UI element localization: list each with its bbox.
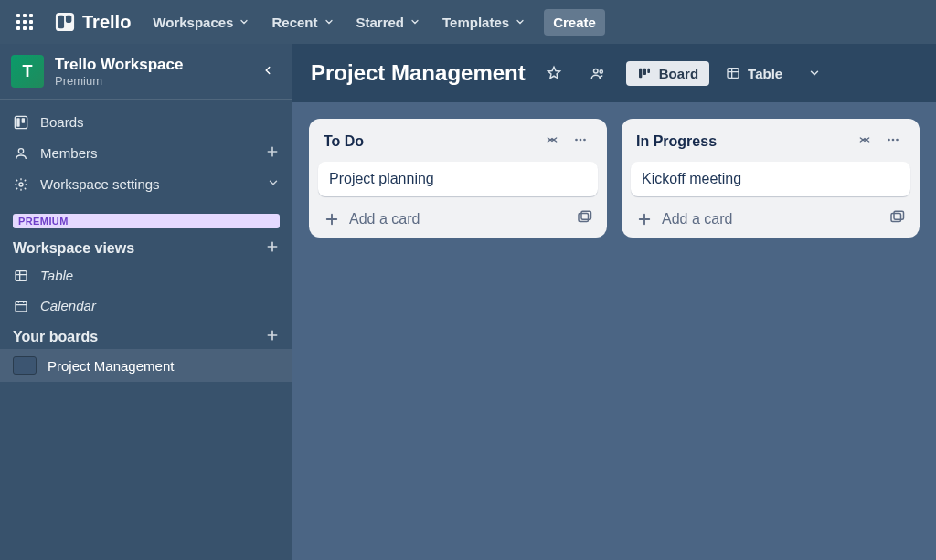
svg-point-21: [888, 139, 890, 142]
view-calendar[interactable]: Calendar: [0, 291, 292, 321]
board-canvas[interactable]: To Do Project planning Add a card In Pro…: [292, 102, 936, 560]
trello-small-icon: [13, 115, 29, 130]
list-title[interactable]: In Progress: [636, 133, 848, 150]
card-template[interactable]: [888, 209, 905, 228]
expand-settings[interactable]: [267, 176, 280, 192]
svg-rect-12: [639, 69, 642, 79]
svg-rect-14: [647, 69, 650, 73]
app-name: Trello: [82, 12, 131, 33]
card[interactable]: Project planning: [318, 162, 598, 196]
svg-rect-24: [891, 214, 901, 222]
collapse-list[interactable]: [854, 131, 876, 152]
gear-icon: [13, 177, 29, 192]
calendar-icon: [13, 299, 29, 313]
svg-rect-2: [66, 16, 71, 23]
svg-rect-9: [16, 301, 27, 312]
view-mode-board[interactable]: Board: [626, 61, 709, 86]
view-table[interactable]: Table: [0, 260, 292, 291]
people-icon: [590, 65, 606, 81]
svg-rect-8: [16, 270, 27, 280]
premium-badge: PREMIUM: [13, 214, 280, 228]
list-in-progress: In Progress Kickoff meeting Add a card: [622, 119, 920, 238]
collapse-sidebar[interactable]: [256, 58, 280, 85]
chevron-down-icon: [515, 16, 526, 27]
svg-point-16: [575, 139, 578, 142]
workspace-visibility[interactable]: [582, 58, 613, 89]
board-color-chip: [13, 356, 37, 375]
add-view[interactable]: [265, 239, 280, 257]
chevron-down-icon: [808, 67, 821, 79]
board-title[interactable]: Project Management: [311, 60, 526, 86]
apps-launcher[interactable]: [7, 8, 42, 36]
chevron-left-icon: [261, 64, 274, 77]
board-link-project-management[interactable]: Project Management: [0, 349, 292, 382]
list-title[interactable]: To Do: [324, 133, 536, 150]
sidebar: T Trello Workspace Premium Boards Member…: [0, 44, 292, 560]
chevron-down-icon: [324, 16, 335, 27]
svg-point-22: [892, 139, 895, 142]
svg-rect-20: [581, 211, 591, 219]
svg-rect-5: [22, 118, 25, 122]
more-icon: [572, 132, 589, 148]
workspace-views-header: Workspace views: [0, 232, 292, 260]
list-menu[interactable]: [881, 130, 905, 153]
chevron-down-icon: [410, 16, 420, 27]
nav-workspaces[interactable]: Workspaces: [144, 9, 259, 36]
chevron-down-icon: [239, 16, 250, 27]
view-mode-table[interactable]: Table: [715, 61, 793, 86]
svg-rect-13: [643, 69, 645, 75]
card[interactable]: Kickoff meeting: [631, 162, 910, 196]
nav-templates[interactable]: Templates: [433, 9, 535, 36]
board-area: Project Management Board Table To: [292, 44, 936, 560]
add-board[interactable]: [265, 328, 280, 345]
workspace-plan: Premium: [55, 74, 183, 88]
workspace-name: Trello Workspace: [55, 56, 183, 74]
star-icon: [546, 65, 562, 81]
svg-point-7: [19, 183, 23, 186]
collapse-icon: [857, 132, 872, 147]
workspace-header: T Trello Workspace Premium: [0, 44, 292, 100]
svg-point-18: [583, 139, 586, 142]
svg-rect-19: [579, 214, 589, 222]
board-icon: [637, 66, 652, 80]
plus-icon: [324, 211, 340, 227]
nav-starred[interactable]: Starred: [347, 9, 431, 36]
svg-point-11: [600, 70, 602, 73]
table-icon: [13, 269, 29, 283]
svg-rect-1: [58, 16, 64, 29]
your-boards-header: Your boards: [0, 321, 292, 349]
user-icon: [13, 146, 29, 161]
template-icon: [576, 209, 592, 226]
workspace-avatar: T: [11, 55, 44, 88]
list-menu[interactable]: [569, 130, 592, 153]
svg-rect-4: [16, 118, 19, 126]
collapse-icon: [545, 132, 559, 147]
more-icon: [885, 132, 901, 148]
svg-point-10: [593, 69, 598, 74]
svg-point-17: [580, 139, 582, 142]
card-template[interactable]: [576, 209, 592, 228]
main: T Trello Workspace Premium Boards Member…: [0, 44, 936, 560]
plus-icon: [636, 211, 653, 227]
sidebar-item-boards[interactable]: Boards: [0, 107, 292, 137]
svg-point-23: [896, 139, 899, 142]
svg-rect-15: [728, 69, 739, 79]
nav-recent[interactable]: Recent: [262, 9, 343, 36]
table-icon: [726, 66, 740, 80]
svg-rect-25: [894, 211, 904, 219]
template-icon: [888, 209, 905, 226]
view-switcher-more[interactable]: [799, 58, 830, 89]
svg-point-6: [18, 148, 23, 153]
apps-icon: [16, 14, 33, 30]
collapse-list[interactable]: [541, 131, 563, 152]
sidebar-item-members[interactable]: Members: [0, 137, 292, 169]
board-header: Project Management Board Table: [292, 44, 936, 102]
add-member[interactable]: [265, 144, 280, 162]
trello-icon: [55, 12, 75, 32]
trello-logo[interactable]: Trello: [46, 8, 140, 37]
sidebar-item-settings[interactable]: Workspace settings: [0, 169, 292, 199]
create-button[interactable]: Create: [544, 9, 605, 36]
add-card[interactable]: Add a card: [636, 211, 888, 227]
add-card[interactable]: Add a card: [324, 211, 576, 227]
star-board[interactable]: [538, 58, 569, 89]
